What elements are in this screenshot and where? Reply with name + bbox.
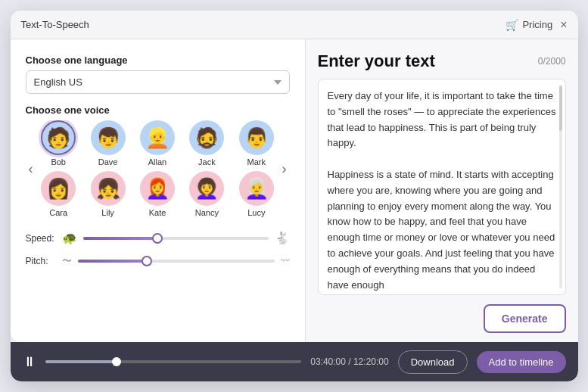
progress-thumb[interactable] — [112, 357, 121, 366]
right-header: Enter your text 0/2000 — [318, 51, 566, 71]
pitch-high-icon: 〰 — [281, 256, 290, 266]
voice-grid: 🧑 Bob 👦 Dave 👱 Allan 🧔 — [36, 120, 279, 217]
voice-item-cara[interactable]: 👩 Cara — [36, 171, 81, 217]
progress-fill — [45, 360, 117, 363]
cart-icon: 🛒 — [506, 19, 518, 31]
voice-avatar-lily: 👧 — [91, 171, 126, 206]
voice-name-dave: Dave — [98, 157, 118, 166]
pitch-slider-thumb[interactable] — [142, 256, 152, 266]
generate-button[interactable]: Generate — [484, 304, 566, 333]
voice-name-mark: Mark — [247, 157, 266, 166]
voice-section-label: Choose one voice — [26, 104, 290, 116]
voice-avatar-mark: 👨 — [239, 120, 274, 155]
scrollbar-thumb[interactable] — [559, 86, 562, 131]
voice-item-dave[interactable]: 👦 Dave — [86, 120, 130, 166]
voice-name-allan: Allan — [148, 157, 166, 166]
language-section: Choose one language English US English U… — [26, 54, 290, 94]
pricing-button[interactable]: 🛒 Pricing — [506, 19, 552, 31]
voice-name-cara: Cara — [49, 208, 67, 217]
speed-slow-icon: 🐢 — [62, 231, 77, 245]
title-bar: Text-To-Speech 🛒 Pricing × — [11, 11, 578, 39]
voice-name-bob: Bob — [51, 157, 66, 166]
speed-fast-icon: 🐇 — [275, 231, 290, 245]
add-timeline-button[interactable]: Add to timeline — [477, 351, 566, 373]
text-content: Every day of your life, it is important … — [328, 89, 556, 293]
voice-avatar-jack: 🧔 — [189, 120, 224, 155]
voice-name-kate: Kate — [149, 208, 166, 217]
voice-item-jack[interactable]: 🧔 Jack — [185, 120, 229, 166]
voice-item-lucy[interactable]: 👩‍🦳 Lucy — [234, 171, 278, 217]
bottom-bar: ⏸ 03:40:00 / 12:20:00 Download Add to ti… — [11, 342, 578, 381]
progress-track[interactable] — [45, 360, 302, 363]
close-button[interactable]: × — [560, 19, 567, 31]
main-content: Choose one language English US English U… — [11, 39, 578, 342]
voice-avatar-allan: 👱 — [140, 120, 175, 155]
generate-btn-wrapper: Generate — [318, 304, 566, 333]
language-section-label: Choose one language — [26, 54, 290, 66]
voice-item-allan[interactable]: 👱 Allan — [135, 120, 179, 166]
voice-avatar-bob: 🧑 — [41, 120, 76, 155]
language-select[interactable]: English US English UK Spanish French — [26, 70, 290, 94]
pitch-row: Pitch: 〜 〰 — [26, 254, 290, 268]
scrollbar-track — [559, 86, 562, 288]
left-panel: Choose one language English US English U… — [11, 39, 306, 342]
voice-avatar-nancy: 👩‍🦱 — [189, 171, 224, 206]
speed-slider-track[interactable] — [83, 237, 269, 240]
speed-slider-thumb[interactable] — [152, 233, 163, 244]
pitch-label: Pitch: — [26, 256, 56, 266]
title-bar-right: 🛒 Pricing × — [506, 19, 567, 31]
char-count: 0/2000 — [538, 56, 566, 67]
voice-item-lily[interactable]: 👧 Lily — [86, 171, 130, 217]
speed-row: Speed: 🐢 🐇 — [26, 231, 290, 245]
speed-slider-fill — [83, 237, 157, 240]
voice-name-lucy: Lucy — [247, 208, 265, 217]
app-window: Text-To-Speech 🛒 Pricing × Choose one la… — [11, 11, 578, 381]
play-pause-button[interactable]: ⏸ — [23, 354, 36, 370]
voice-item-kate[interactable]: 👩‍🦰 Kate — [135, 171, 179, 217]
pitch-low-icon: 〜 — [62, 254, 72, 268]
pricing-label: Pricing — [522, 19, 552, 30]
voice-name-lily: Lily — [101, 208, 114, 217]
voice-avatar-kate: 👩‍🦰 — [140, 171, 175, 206]
pitch-slider-fill — [78, 260, 147, 263]
voice-grid-wrapper: ‹ 🧑 Bob 👦 Dave 👱 Allan — [26, 120, 290, 217]
voice-section: Choose one voice ‹ 🧑 Bob 👦 Dave — [26, 104, 290, 217]
voice-item-mark[interactable]: 👨 Mark — [234, 120, 278, 166]
download-button[interactable]: Download — [398, 350, 468, 374]
prev-voice-arrow[interactable]: ‹ — [26, 161, 36, 177]
enter-text-title: Enter your text — [318, 51, 435, 71]
voice-item-nancy[interactable]: 👩‍🦱 Nancy — [185, 171, 229, 217]
pitch-slider-track[interactable] — [78, 260, 275, 263]
speed-label: Speed: — [26, 233, 56, 244]
next-voice-arrow[interactable]: › — [279, 161, 290, 177]
right-panel: Enter your text 0/2000 Every day of your… — [306, 39, 578, 342]
voice-avatar-dave: 👦 — [91, 120, 126, 155]
voice-avatar-lucy: 👩‍🦳 — [239, 171, 274, 206]
window-title: Text-To-Speech — [21, 19, 89, 30]
voice-avatar-cara: 👩 — [41, 171, 76, 206]
text-area[interactable]: Every day of your life, it is important … — [318, 79, 566, 295]
voice-name-nancy: Nancy — [195, 208, 219, 217]
time-display: 03:40:00 / 12:20:00 — [310, 356, 388, 367]
voice-name-jack: Jack — [198, 157, 216, 166]
voice-item-bob[interactable]: 🧑 Bob — [36, 120, 81, 166]
slider-section: Speed: 🐢 🐇 Pitch: 〜 〰 — [26, 231, 290, 268]
